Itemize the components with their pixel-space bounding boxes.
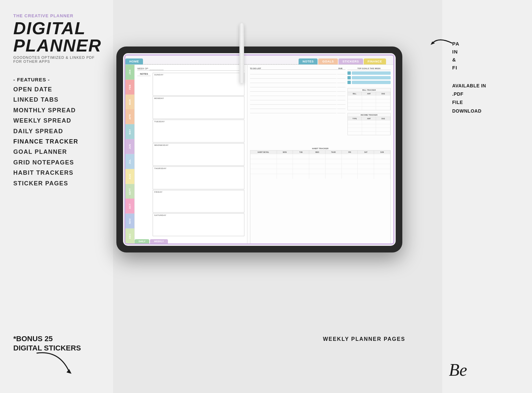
- left-page: WEEK OF: ___________ NOTES SUNDAY: [135, 65, 247, 244]
- bill-tracker-header: BILL AMT DUE: [348, 92, 390, 95]
- tab-stickers[interactable]: STICKERS: [338, 58, 363, 64]
- features-section: - FEATURES - OPEN DATE LINKED TABS MONTH…: [13, 77, 100, 187]
- month-tab-jun[interactable]: JUN: [125, 139, 134, 154]
- month-tab-dec[interactable]: DEC: [125, 229, 134, 244]
- week-of-label: WEEK OF: ___________: [137, 67, 244, 71]
- income-row: [348, 124, 390, 128]
- goal-bar-2: [352, 76, 391, 79]
- features-title: - FEATURES -: [13, 77, 100, 82]
- feature-grid-notepages: GRID NOTEPAGES: [13, 159, 100, 166]
- bill-row: [348, 95, 390, 99]
- habit-mon-col: MON: [277, 150, 293, 154]
- habit-fri-col: FRI: [342, 150, 358, 154]
- bottom-tab-daily[interactable]: DAILY: [135, 239, 149, 244]
- todo-row: [250, 92, 345, 96]
- goal-bar-3: [352, 81, 391, 84]
- habit-tracker: HABIT DETAIL MON TUE WED THUR FRI SAT SU…: [250, 150, 391, 244]
- tab-finance[interactable]: FINANCE: [364, 58, 386, 64]
- income-due-col-header: DUE: [376, 117, 390, 120]
- day-saturday: SATURDAY: [153, 213, 244, 236]
- feature-finance-tracker: FINANCE TRACKER: [13, 138, 100, 146]
- habit-wed-col: WED: [309, 150, 326, 154]
- tab-goals[interactable]: GOALS: [318, 58, 338, 64]
- right-page: TO DO LIST DUE: [247, 65, 393, 244]
- feature-sticker-pages: STICKER PAGES: [13, 180, 100, 187]
- todo-row: [250, 83, 345, 87]
- todo-row: [250, 109, 345, 113]
- day-wednesday: WEDNESDAY: [153, 143, 244, 166]
- feature-linked-tabs: LINKED TABS: [13, 96, 100, 104]
- right-panel: PAIN&FI AVAILABLE IN.PDFFILEDOWNLOAD Be: [442, 0, 532, 393]
- right-side-trackers: TOP GOALS THIS WEEK: [347, 67, 391, 146]
- feature-daily-spread: DAILY SPREAD: [13, 128, 100, 135]
- month-tab-jul[interactable]: JUL: [125, 154, 134, 169]
- tablet-screen: HOME NOTES GOALS STICKERS FINANCE JAN FE…: [123, 53, 396, 246]
- month-tab-feb[interactable]: FEB: [125, 80, 134, 95]
- month-tab-apr[interactable]: APR: [125, 109, 134, 124]
- goal-bar-1: [352, 71, 391, 75]
- month-tab-oct[interactable]: OCT: [125, 199, 134, 214]
- todo-row: [250, 96, 345, 100]
- month-tab-mar[interactable]: MAR: [125, 95, 134, 110]
- month-sidebar: JAN FEB MAR APR MAY JUN JUL AUG SEPT OCT…: [125, 65, 135, 244]
- todo-row: [250, 101, 345, 105]
- planner-body: JAN FEB MAR APR MAY JUN JUL AUG SEPT OCT…: [125, 65, 393, 244]
- habit-tracker-section: HABIT TRACKER HABIT DETAIL MON TUE WED T…: [250, 147, 391, 241]
- tablet-container: HOME NOTES GOALS STICKERS FINANCE JAN FE…: [110, 27, 399, 352]
- svg-marker-0: [66, 369, 71, 374]
- todo-due-label: DUE: [335, 67, 345, 69]
- due-col-header: DUE: [376, 92, 390, 95]
- todo-row: [250, 75, 345, 79]
- month-tab-nov[interactable]: NOV: [125, 214, 134, 229]
- bottom-tab-weekly[interactable]: WEEKLY: [150, 239, 168, 244]
- habit-sat-col: SAT: [358, 150, 374, 154]
- brand-title: DIGITAL PLANNER: [13, 20, 100, 54]
- todo-row: [250, 70, 345, 74]
- notes-label: NOTES: [137, 73, 151, 76]
- goal-checkbox-icon: [347, 71, 351, 75]
- brand-subtitle: THE CREATIVE PLANNER: [13, 13, 100, 18]
- goal-item-1: [347, 71, 391, 75]
- feature-goal-planner: GOAL PLANNER: [13, 148, 100, 156]
- habit-thur-col: THUR: [326, 150, 342, 154]
- income-row: [348, 128, 390, 131]
- bonus-section: *BONUS 25DIGITAL STICKERS: [13, 334, 81, 353]
- month-tab-jan[interactable]: JAN: [125, 65, 134, 80]
- cursive-text: Be: [449, 360, 467, 380]
- habit-detail-col: HABIT DETAIL: [250, 150, 277, 154]
- income-row: [348, 120, 390, 124]
- income-amt-col-header: AMT: [362, 117, 376, 120]
- todo-label: TO DO LIST: [250, 67, 335, 69]
- right-panel-text2: AVAILABLE IN.PDFFILEDOWNLOAD: [452, 82, 522, 115]
- goal-checkbox-icon: [347, 76, 351, 79]
- income-tracker-title: INCOME TRACKER: [348, 113, 390, 117]
- month-tab-sep[interactable]: SEPT: [125, 184, 134, 199]
- day-tuesday: TUESDAY: [153, 120, 244, 143]
- bill-col-header: BILL: [348, 92, 362, 95]
- income-row: [348, 131, 390, 135]
- arrow-icon: [429, 33, 456, 53]
- todo-row: [250, 88, 345, 92]
- feature-habit-trackers: HABIT TRACKERS: [13, 169, 100, 177]
- habit-tracker-title: HABIT TRACKER: [250, 147, 391, 150]
- feature-open-date: OPEN DATE: [13, 86, 100, 93]
- planner-tabs: HOME NOTES GOALS STICKERS FINANCE: [125, 55, 393, 65]
- bill-tracker-title: BILL TRACKER: [348, 88, 390, 92]
- todo-section: TO DO LIST DUE: [250, 67, 345, 146]
- day-monday: MONDAY: [153, 96, 244, 119]
- day-sunday: SUNDAY: [153, 73, 244, 96]
- stylus-pencil: [239, 23, 244, 83]
- income-tracker: INCOME TRACKER TYPE AMT DUE: [347, 113, 391, 135]
- tab-home[interactable]: HOME: [125, 58, 143, 64]
- month-tab-may[interactable]: MAY: [125, 124, 134, 139]
- month-tab-aug[interactable]: AUG: [125, 169, 134, 184]
- tab-notes[interactable]: NOTES: [299, 58, 318, 64]
- amt-col-header: AMT: [362, 92, 376, 95]
- left-panel: THE CREATIVE PLANNER DIGITAL PLANNER GOO…: [0, 0, 113, 393]
- notes-section: NOTES SUNDAY MONDAY TUESDAY: [137, 73, 244, 236]
- bill-row: [348, 106, 390, 110]
- habit-row: [250, 164, 390, 169]
- habit-row: [250, 169, 390, 174]
- habit-header: HABIT DETAIL MON TUE WED THUR FRI SAT SU…: [250, 150, 390, 154]
- planner-border: HOME NOTES GOALS STICKERS FINANCE JAN FE…: [124, 54, 394, 245]
